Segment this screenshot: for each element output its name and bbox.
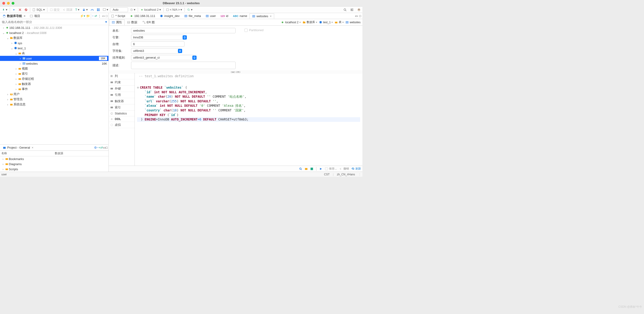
link-icon[interactable]: ⇄ bbox=[94, 14, 98, 18]
tree-row[interactable]: ⌄表 bbox=[0, 51, 108, 56]
breadcrumb-item[interactable]: localhost 2▾ bbox=[281, 20, 300, 24]
connection-selector[interactable]: localhost 2 ▾ bbox=[140, 8, 162, 12]
editor-tab[interactable]: user bbox=[203, 14, 218, 18]
sql-editor-button[interactable]: SQL▾ bbox=[32, 8, 46, 12]
project-panel-tab[interactable]: Project - General× bbox=[1, 145, 35, 150]
maximize-panel-icon[interactable]: □ bbox=[106, 146, 108, 149]
collapse-icon[interactable]: − bbox=[92, 14, 94, 18]
minimize-window-icon[interactable] bbox=[7, 2, 10, 5]
close-icon[interactable]: × bbox=[24, 14, 26, 18]
zoom-window-icon[interactable] bbox=[12, 2, 14, 5]
execute-icon[interactable] bbox=[319, 167, 322, 170]
connect-button[interactable] bbox=[12, 8, 16, 12]
rollback-button[interactable]: 回滚 bbox=[62, 8, 74, 12]
minimize-panel-icon[interactable]: ▭ bbox=[102, 14, 105, 18]
tree-row[interactable]: ›sys bbox=[0, 41, 108, 46]
tree-row[interactable]: ⌄test_1 bbox=[0, 46, 108, 51]
filter-icon[interactable]: ▼ bbox=[104, 20, 108, 24]
editor-tab[interactable]: 123id bbox=[218, 14, 230, 18]
add-icon[interactable]: + bbox=[99, 146, 100, 149]
tree-row[interactable]: ›user16K bbox=[0, 56, 108, 61]
tab-projects[interactable]: 项目 bbox=[28, 13, 42, 19]
tree-row[interactable]: ⌄localhost 2- localhost:3306 bbox=[0, 30, 108, 35]
tree-row[interactable]: ›事件 bbox=[0, 87, 108, 92]
maximize-panel-icon[interactable]: □ bbox=[105, 14, 108, 18]
search-toolbar-icon[interactable]: ▾ bbox=[186, 8, 194, 12]
tx-button[interactable]: T▾ bbox=[74, 8, 80, 12]
query-icon[interactable]: ▾ bbox=[102, 8, 109, 12]
input-autoincrement[interactable]: 6 bbox=[131, 41, 184, 47]
detail-nav-item[interactable]: 外键 bbox=[109, 86, 134, 92]
menu-icon[interactable]: ⋮ bbox=[98, 14, 102, 18]
editor-tab[interactable]: 192.168.31.111 bbox=[128, 14, 158, 18]
minimize-panel-icon[interactable]: ▭ bbox=[355, 14, 358, 18]
breadcrumb-item[interactable]: 数据库▾ bbox=[302, 20, 317, 24]
chevron-updown-icon[interactable] bbox=[178, 49, 182, 53]
detail-nav-item[interactable]: DDL bbox=[109, 116, 134, 122]
tree-row[interactable]: ›用户 bbox=[0, 92, 108, 97]
tree-row[interactable]: ›触发器 bbox=[0, 81, 108, 87]
gear-icon[interactable]: ⚙ bbox=[94, 146, 97, 149]
detail-nav-item[interactable]: 索引 bbox=[109, 104, 134, 111]
subtab-data[interactable]: 数据 bbox=[124, 19, 140, 25]
subtab-properties[interactable]: 属性 bbox=[109, 19, 124, 25]
detail-nav-item[interactable]: 约束 bbox=[109, 79, 134, 86]
breadcrumb-item[interactable]: 表▾ bbox=[334, 20, 344, 24]
perspective-icon[interactable] bbox=[350, 8, 354, 12]
connect-tree-icon[interactable]: ⚡▾ bbox=[80, 14, 86, 18]
project-item[interactable]: ›Bookmarks bbox=[0, 156, 108, 161]
nav-tree[interactable]: ›192.168.31.111- 192.168.31.111:3306⌄loc… bbox=[0, 25, 108, 144]
disconnect-button[interactable] bbox=[18, 8, 22, 12]
breadcrumb-item[interactable]: test_1▾ bbox=[319, 20, 333, 24]
chevron-updown-icon[interactable] bbox=[192, 56, 196, 60]
input-table-name[interactable]: websites bbox=[131, 28, 236, 33]
editor-tab[interactable]: file_meta bbox=[182, 14, 203, 18]
input-description[interactable] bbox=[131, 62, 236, 69]
detail-nav-item[interactable]: 触发器 bbox=[109, 98, 134, 104]
ddl-editor[interactable]: -- test_1.websites definition ⊖CREATE TA… bbox=[135, 73, 362, 166]
select-engine[interactable]: InnoDB bbox=[131, 35, 184, 40]
commit-button[interactable]: 提交 bbox=[49, 8, 61, 12]
tree-row[interactable]: ›存储过程 bbox=[0, 76, 108, 81]
tree-row[interactable]: ›索引 bbox=[0, 71, 108, 76]
schema-selector[interactable]: < N/A > ▾ bbox=[165, 8, 183, 12]
tree-row[interactable]: ›系统信息 bbox=[0, 102, 108, 107]
select-collation[interactable]: utf8mb3_general_ci bbox=[131, 55, 194, 60]
save-button[interactable]: 保存... bbox=[325, 167, 337, 171]
user-avatar-icon[interactable] bbox=[356, 8, 362, 12]
editor-tab[interactable]: websites× bbox=[250, 14, 274, 19]
history-icon[interactable]: ▾ bbox=[129, 8, 136, 12]
detail-nav-item[interactable]: 引用 bbox=[109, 92, 134, 98]
close-window-icon[interactable] bbox=[2, 2, 5, 5]
detail-nav-item[interactable]: 虚拟 bbox=[109, 122, 134, 128]
refresh-button[interactable]: 刷新 bbox=[351, 167, 361, 171]
close-icon[interactable]: × bbox=[32, 146, 34, 149]
tree-row[interactable]: ⌄数据库 bbox=[0, 35, 108, 41]
collapse-icon[interactable]: − bbox=[97, 146, 99, 149]
lock-button[interactable]: ▾ bbox=[81, 8, 89, 12]
project-item[interactable]: ›Scripts bbox=[0, 167, 108, 172]
new-connection-button[interactable]: ▾ bbox=[1, 8, 8, 12]
dashboard-icon[interactable] bbox=[90, 8, 95, 12]
new-folder-icon[interactable]: 📁 bbox=[86, 14, 90, 18]
maximize-panel-icon[interactable]: □ bbox=[359, 14, 361, 18]
subtab-erd[interactable]: ER 图 bbox=[140, 19, 157, 25]
commit-mode-select[interactable]: Auto bbox=[110, 8, 128, 12]
open-icon[interactable] bbox=[304, 167, 308, 170]
tree-row[interactable]: ›视图 bbox=[0, 66, 108, 71]
grid-icon[interactable] bbox=[96, 8, 101, 12]
detail-nav-item[interactable]: iStatistics bbox=[109, 111, 134, 116]
splitter-grip[interactable]: ▲▼ bbox=[109, 71, 362, 73]
filter-input[interactable] bbox=[1, 20, 104, 25]
tree-row[interactable]: ›websites16K bbox=[0, 61, 108, 66]
link-icon[interactable]: ⇄ bbox=[100, 146, 103, 149]
project-tree[interactable]: ›Bookmarks›Diagrams›Scripts bbox=[0, 156, 108, 172]
editor-tab[interactable]: insight_dev bbox=[158, 14, 182, 18]
invalidate-button[interactable] bbox=[24, 8, 28, 12]
close-icon[interactable]: × bbox=[270, 15, 272, 18]
breadcrumb-item[interactable]: websites bbox=[346, 20, 360, 24]
tab-db-navigator[interactable]: 数据库导航× bbox=[0, 13, 28, 19]
undo-button[interactable]: 撤销 bbox=[339, 167, 349, 171]
search-icon[interactable] bbox=[342, 8, 348, 12]
project-item[interactable]: ›Diagrams bbox=[0, 161, 108, 167]
